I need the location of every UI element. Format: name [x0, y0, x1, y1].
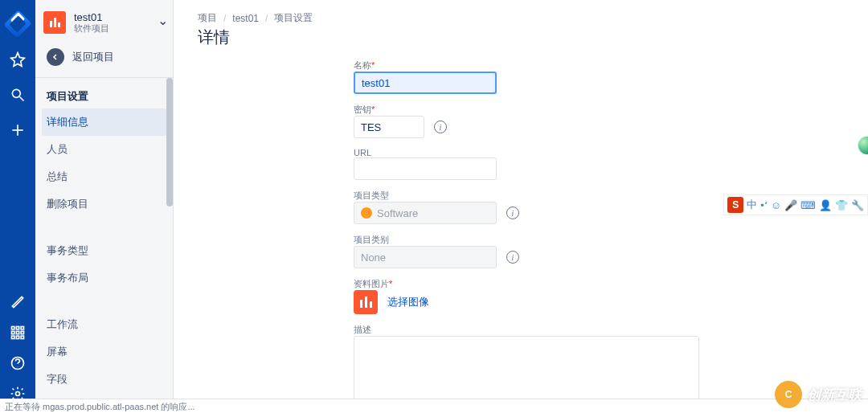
field-label-avatar: 资料图片*: [354, 278, 868, 290]
sidebar-item-issue-layout[interactable]: 事务布局: [35, 264, 173, 292]
ime-language[interactable]: 中: [747, 198, 757, 212]
help-icon[interactable]: [8, 354, 27, 373]
star-icon[interactable]: [8, 50, 27, 69]
project-category-field[interactable]: None: [354, 246, 497, 268]
svg-rect-11: [16, 336, 18, 338]
project-type-info-icon[interactable]: i: [506, 206, 519, 219]
ime-skin-icon[interactable]: 👕: [835, 199, 848, 211]
svg-rect-8: [16, 331, 18, 333]
choose-image-button[interactable]: 选择图像: [387, 295, 429, 309]
sidebar-item-details[interactable]: 详细信息: [42, 108, 166, 136]
svg-point-0: [12, 89, 20, 97]
svg-rect-12: [21, 336, 23, 338]
watermark-text: 创新互联: [807, 386, 862, 404]
breadcrumb-settings[interactable]: 项目设置: [274, 11, 313, 25]
field-label-name: 名称*: [354, 59, 868, 72]
sidebar-item-issue-types[interactable]: 事务类型: [35, 237, 173, 264]
svg-rect-5: [16, 327, 18, 329]
ime-voice-icon[interactable]: 🎤: [784, 199, 797, 211]
global-nav-rail: [0, 0, 35, 413]
ime-toolbar[interactable]: S 中 •ʻ ☺ 🎤 ⌨ 👤 👕 🔧: [723, 194, 868, 215]
avatar-preview-icon: [354, 290, 378, 314]
sidebar-item-delete-project[interactable]: 删除项目: [35, 190, 173, 218]
svg-rect-6: [21, 327, 23, 329]
page-title: 详情: [174, 27, 868, 59]
arrow-left-icon: [47, 48, 64, 66]
software-type-icon: [361, 207, 372, 219]
project-sidebar: test01 软件项目 ⌄ 返回项目 项目设置 详细信息 人员 总结 删除项目 …: [35, 0, 174, 413]
project-name: test01: [74, 12, 109, 23]
svg-rect-10: [12, 336, 14, 338]
key-info-icon[interactable]: i: [434, 121, 447, 133]
sidebar-item-screens[interactable]: 屏幕: [35, 338, 173, 366]
svg-line-1: [20, 97, 24, 101]
sidebar-item-fields[interactable]: 字段: [35, 366, 173, 393]
field-label-url: URL: [354, 148, 868, 157]
svg-rect-4: [12, 327, 14, 329]
project-type: 软件项目: [74, 23, 109, 33]
svg-point-15: [16, 392, 20, 396]
key-input[interactable]: [354, 116, 424, 138]
create-icon[interactable]: [8, 121, 27, 140]
ime-tool-icon[interactable]: 🔧: [851, 199, 864, 211]
browser-status-bar: 正在等待 mgas.prod.public.atl-paas.net 的响应..…: [0, 399, 868, 413]
field-label-key: 密钥*: [354, 104, 868, 116]
search-icon[interactable]: [8, 85, 27, 104]
chevron-down-icon[interactable]: ⌄: [158, 13, 168, 28]
project-type-field: Software: [354, 202, 497, 224]
url-input[interactable]: [354, 157, 497, 180]
svg-rect-7: [12, 331, 14, 333]
project-avatar-icon: [43, 11, 66, 34]
sidebar-item-workflows[interactable]: 工作流: [35, 311, 173, 338]
field-label-project-category: 项目类别: [354, 234, 868, 246]
svg-rect-9: [21, 331, 23, 333]
sidebar-section-title: 项目设置: [35, 78, 173, 108]
project-header[interactable]: test01 软件项目 ⌄: [35, 0, 173, 39]
ime-keyboard-icon[interactable]: ⌨: [800, 199, 816, 211]
ime-emoji-icon[interactable]: ☺: [771, 199, 781, 211]
breadcrumb: 项目 / test01 / 项目设置: [174, 0, 868, 27]
watermark: C 创新互联: [775, 381, 862, 408]
breadcrumb-projects[interactable]: 项目: [198, 11, 217, 25]
watermark-logo-icon: C: [775, 381, 802, 408]
field-label-description: 描述: [354, 324, 868, 336]
apps-icon[interactable]: [8, 323, 27, 342]
project-category-info-icon[interactable]: i: [506, 251, 519, 264]
ime-user-icon[interactable]: 👤: [819, 199, 832, 211]
sidebar-item-people[interactable]: 人员: [35, 136, 173, 163]
ime-punct-icon[interactable]: •ʻ: [760, 199, 768, 211]
breadcrumb-project[interactable]: test01: [232, 13, 259, 24]
notification-icon[interactable]: [8, 292, 27, 312]
back-label: 返回项目: [72, 50, 114, 64]
back-to-project-button[interactable]: 返回项目: [35, 39, 173, 77]
sogou-logo-icon[interactable]: S: [727, 197, 743, 213]
sidebar-scrollbar[interactable]: [166, 78, 173, 206]
sidebar-item-summary[interactable]: 总结: [35, 163, 173, 190]
app-logo-icon[interactable]: [8, 14, 27, 34]
name-input[interactable]: [354, 72, 497, 94]
